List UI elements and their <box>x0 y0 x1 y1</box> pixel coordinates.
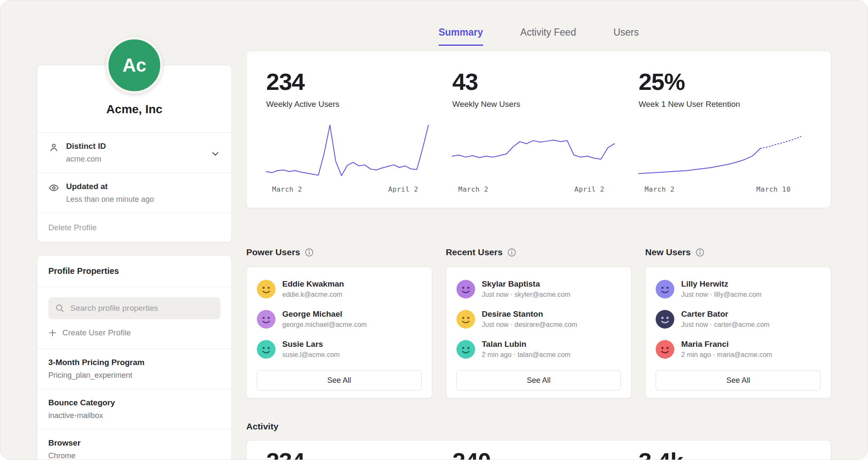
company-avatar-initials: Ac <box>122 55 146 76</box>
create-user-profile-label: Create User Profile <box>62 328 131 337</box>
users-section: Power Users Eddie Kwakman eddi <box>246 247 831 399</box>
activity-section: Activity 234 240 3.4k <box>246 421 831 460</box>
list-item[interactable]: Talan Lubin 2 min ago · talan@acme.com <box>456 334 621 364</box>
x-tick-end: April 2 <box>574 185 604 193</box>
user-email: eddie.k@acme.com <box>282 291 344 298</box>
updated-at-value: Less than one minute ago <box>66 195 154 204</box>
tab-users[interactable]: Users <box>613 27 639 46</box>
profile-properties-title: Profile Properties <box>37 256 231 287</box>
stat-week1-retention: 25% Week 1 New User Retention March 2 Ma… <box>632 70 818 193</box>
tabs: Summary Activity Feed Users <box>246 24 831 46</box>
updated-at-label: Updated at <box>66 182 154 191</box>
content: Ac Acme, Inc Distinct ID acme.com <box>0 0 868 460</box>
list-item[interactable]: George Michael george.michael@acme.com <box>257 304 422 334</box>
new-users-column: New Users Lilly Herwitz Just n <box>645 247 831 399</box>
recent-users-column: Recent Users Skylar Baptista J <box>446 247 632 399</box>
summary-stats-card: 234 Weekly Active Users March 2 April 2 … <box>246 51 831 208</box>
user-email: Just now · carter@acme.com <box>681 321 769 329</box>
user-email: 2 min ago · talan@acme.com <box>482 351 570 359</box>
power-users-card: Eddie Kwakman eddie.k@acme.com George Mi… <box>246 267 432 399</box>
stat-label: Weekly Active Users <box>266 100 439 109</box>
delete-profile-button[interactable]: Delete Profile <box>37 213 231 242</box>
user-name: George Michael <box>282 309 367 319</box>
user-avatar <box>456 340 475 359</box>
activity-value: 234 <box>259 447 445 460</box>
stat-value: 234 <box>266 70 439 94</box>
user-name: Lilly Herwitz <box>681 279 762 289</box>
info-icon[interactable] <box>696 248 704 257</box>
property-name: Browser <box>48 438 220 448</box>
user-name: Skylar Baptista <box>482 279 570 289</box>
distinct-id-label: Distinct ID <box>66 142 106 151</box>
sidebar: Ac Acme, Inc Distinct ID acme.com <box>37 37 232 460</box>
info-icon[interactable] <box>507 248 516 257</box>
list-item[interactable]: Desirae Stanton Just now · desirare@acme… <box>456 304 621 334</box>
property-row[interactable]: 3-Month Pricing Program Pricing_plan_exp… <box>37 349 231 389</box>
list-item[interactable]: Susie Lars susie.l@acme.com <box>257 334 422 364</box>
tab-summary[interactable]: Summary <box>439 27 483 46</box>
create-user-profile-button[interactable]: Create User Profile <box>48 328 220 337</box>
user-avatar <box>456 280 475 298</box>
user-name: Desirae Stanton <box>482 309 577 319</box>
chevron-down-icon[interactable] <box>210 149 220 159</box>
info-icon[interactable] <box>305 248 314 257</box>
see-all-button[interactable]: See All <box>456 370 621 390</box>
user-avatar <box>456 310 475 329</box>
activity-value: 3.4k <box>632 447 818 460</box>
list-item[interactable]: Lilly Herwitz Just now · lilly@acme.com <box>656 274 821 304</box>
user-name: Talan Lubin <box>482 340 570 349</box>
user-email: george.michael@acme.com <box>282 321 367 329</box>
see-all-button[interactable]: See All <box>257 370 422 390</box>
stat-label: Week 1 New User Retention <box>639 100 811 109</box>
power-users-title: Power Users <box>246 247 300 257</box>
x-tick-start: March 2 <box>645 185 675 193</box>
search-profile-properties-input[interactable] <box>48 297 220 319</box>
stat-value: 43 <box>452 70 625 94</box>
distinct-id-value: acme.com <box>66 155 106 164</box>
property-row[interactable]: Browser Chrome <box>37 429 231 460</box>
property-value: inactive-mailbox <box>48 411 220 420</box>
search-icon <box>55 303 65 313</box>
user-email: Just now · lilly@acme.com <box>681 291 762 298</box>
distinct-id-row[interactable]: Distinct ID acme.com <box>37 133 231 173</box>
property-row[interactable]: Bounce Category inactive-mailbox <box>37 389 231 429</box>
activity-value: 240 <box>445 447 632 460</box>
see-all-button[interactable]: See All <box>656 370 821 390</box>
x-tick-end: April 2 <box>388 185 418 193</box>
user-name: Maria Franci <box>681 340 772 349</box>
user-email: 2 min ago · maria@acme.com <box>681 351 772 359</box>
user-avatar <box>656 310 674 329</box>
plus-icon <box>48 329 57 337</box>
new-users-title: New Users <box>645 247 690 257</box>
list-item[interactable]: Maria Franci 2 min ago · maria@acme.com <box>656 334 821 364</box>
user-avatar <box>257 280 275 298</box>
profile-page: Ac Acme, Inc Distinct ID acme.com <box>0 0 868 460</box>
week1-retention-sparkline <box>639 122 801 180</box>
user-name: Carter Bator <box>681 309 769 319</box>
user-avatar <box>656 280 674 298</box>
stat-weekly-active-users: 234 Weekly Active Users March 2 April 2 <box>259 70 445 193</box>
x-tick-start: March 2 <box>458 185 488 193</box>
main-panel: Summary Activity Feed Users 234 Weekly A… <box>246 24 831 460</box>
x-tick-start: March 2 <box>272 185 302 193</box>
list-item[interactable]: Carter Bator Just now · carter@acme.com <box>656 304 821 334</box>
tab-activity-feed[interactable]: Activity Feed <box>520 27 576 46</box>
x-tick-end: March 10 <box>756 185 790 193</box>
power-users-column: Power Users Eddie Kwakman eddi <box>246 247 432 399</box>
user-email: Just now · skyler@acme.com <box>482 291 570 298</box>
user-email: susie.l@acme.com <box>282 351 339 359</box>
user-name: Susie Lars <box>282 340 339 349</box>
list-item[interactable]: Eddie Kwakman eddie.k@acme.com <box>257 274 422 304</box>
company-avatar: Ac <box>106 37 163 94</box>
recent-users-title: Recent Users <box>446 247 503 257</box>
recent-users-card: Skylar Baptista Just now · skyler@acme.c… <box>446 267 632 399</box>
profile-properties-card: Profile Properties <box>37 255 232 460</box>
user-name: Eddie Kwakman <box>282 279 344 289</box>
list-item[interactable]: Skylar Baptista Just now · skyler@acme.c… <box>456 274 621 304</box>
search-wrap <box>48 297 220 319</box>
weekly-new-users-sparkline <box>452 122 615 180</box>
property-name: 3-Month Pricing Program <box>48 358 220 367</box>
user-avatar <box>257 310 275 329</box>
user-avatar <box>257 340 275 359</box>
eye-icon <box>48 182 59 193</box>
